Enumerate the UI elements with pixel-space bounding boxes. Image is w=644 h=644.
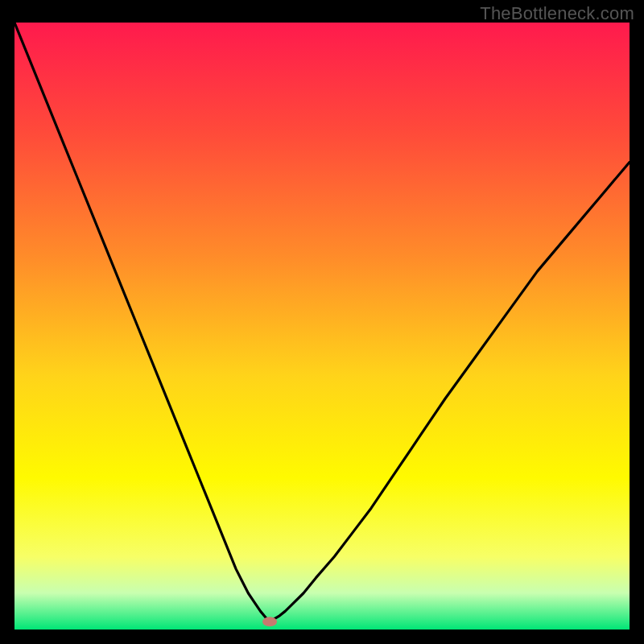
chart-background [14, 23, 630, 630]
chart-svg [14, 23, 630, 630]
watermark-text: TheBottleneck.com [480, 3, 634, 24]
chart-frame: TheBottleneck.com [0, 0, 644, 644]
chart-plot-area [14, 23, 630, 630]
optimal-marker [262, 617, 277, 626]
